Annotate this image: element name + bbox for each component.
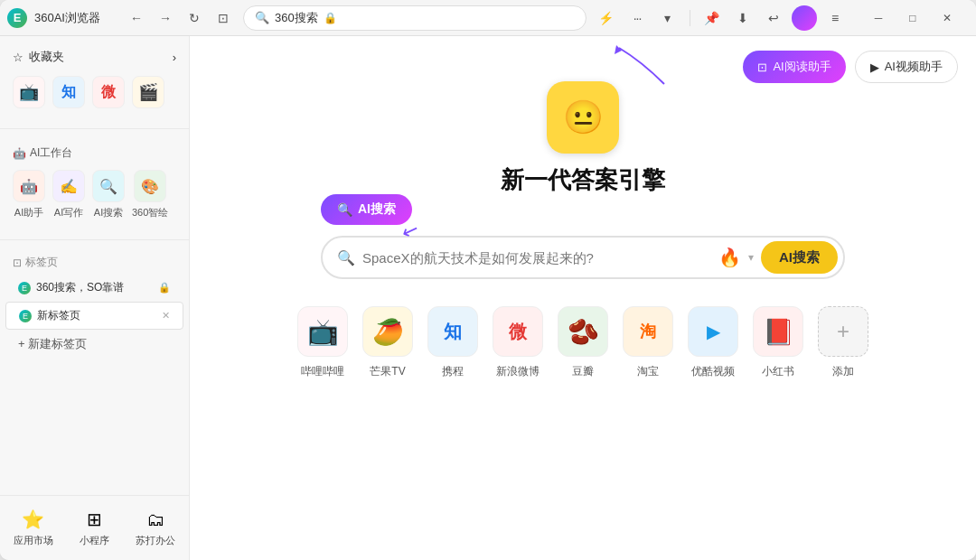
content-area: ⊡ AI阅读助手 ▶ AI视频助手 😐 新一代答案引 [190,36,976,560]
tab-360search[interactable]: E 360搜索，SO靠谱 🔒 [5,275,183,301]
weibo-link-icon: 微 [493,306,543,357]
app-market-button[interactable]: ⭐ 应用市场 [5,503,62,553]
ai-draw-app[interactable]: 🎨 360智绘 [132,170,168,219]
ai-search-app[interactable]: 🔍 AI搜索 [92,170,125,219]
app-zhihu[interactable]: 知 [52,76,85,108]
more-button[interactable]: ··· [624,5,650,31]
sidebar: ☆ 收藏夹 › 📺 知 微 [0,36,190,560]
quick-link-youku[interactable]: ▶ 优酷视频 [688,306,738,379]
ai-search-badge-label: AI搜索 [358,201,396,218]
app-bilibili[interactable]: 📺 [13,76,45,108]
dropdown-button[interactable]: ▾ [655,5,680,31]
fire-icon: 🔥 [718,247,741,268]
add-link-icon: + [818,306,868,357]
bilibili-icon: 📺 [13,76,45,108]
app-market-icon: ⭐ [22,509,44,530]
ai-writing-app[interactable]: ✍ AI写作 [52,170,85,219]
top-apps: 📺 知 微 🎬 [0,70,189,117]
favorites-section: ☆ 收藏夹 › 📺 知 微 [0,36,189,125]
user-avatar[interactable] [792,5,817,31]
search-bar[interactable]: 🔍 🔥 ▾ AI搜索 [321,236,845,279]
quick-link-ctrip[interactable]: 知 携程 [427,306,478,379]
quick-link-weibo[interactable]: 微 新浪微博 [493,306,543,379]
ai-video-icon: ▶ [870,61,879,74]
youku-link-icon: ▶ [688,306,738,357]
quick-link-bilibili[interactable]: 📺 哔哩哔哩 [297,306,348,379]
quick-link-douban[interactable]: 🫘 豆瓣 [558,306,608,379]
ai-workspace-label: 🤖 AI工作台 [0,140,189,164]
back-button[interactable]: ← [124,5,149,31]
bilibili-link-icon: 📺 [297,306,348,357]
mango-link-icon: 🥭 [362,306,413,357]
tab-newtab[interactable]: E 新标签页 ✕ [5,302,183,330]
ai-writing-icon: ✍ [52,170,85,202]
address-bar[interactable]: 🔍 360搜索 🔒 [243,5,587,31]
new-tab-button[interactable]: + 新建标签页 [5,331,183,358]
weibo-icon: 微 [92,76,125,108]
favorites-label: 收藏夹 [29,49,64,65]
address-text: 360搜索 [275,10,318,26]
search-section: 🔍 AI搜索 ↙ 🔍 🔥 ▾ AI搜索 [321,236,845,279]
taobao-link-icon: 淘 [623,306,673,357]
tab-close-icon[interactable]: ✕ [162,310,170,322]
quick-link-add[interactable]: + 添加 [818,306,868,379]
mascot-face: 😐 [563,98,604,136]
search-input[interactable] [362,250,711,266]
minimize-button[interactable]: ─ [862,5,895,31]
divider-1 [0,128,189,129]
browser-title: 360AI浏览器 [34,10,100,26]
xiaohongshu-link-icon: 📕 [753,306,803,357]
sidebar-bottom: ⭐ 应用市场 ⊞ 小程序 🗂 苏打办公 [0,495,189,560]
soda-office-icon: 🗂 [146,509,164,530]
refresh-button[interactable]: ↻ [182,5,207,31]
lightning-button[interactable]: ⚡ [594,5,619,31]
favorites-header[interactable]: ☆ 收藏夹 › [0,43,189,70]
tab-newtab-left: E 新标签页 [19,308,80,323]
mini-program-button[interactable]: ⊞ 小程序 [70,503,118,553]
svg-marker-0 [615,45,622,54]
ai-video-label: AI视频助手 [885,59,943,75]
search-submit-button[interactable]: AI搜索 [761,241,838,274]
forward-button[interactable]: → [153,5,178,31]
quick-link-mango[interactable]: 🥭 芒果TV [362,306,413,379]
pin-button[interactable]: 📌 [699,5,725,31]
hero-section: 😐 新一代答案引擎 [501,81,665,218]
ai-read-button[interactable]: ⊡ AI阅读助手 [743,51,845,83]
tabs-icon: ⊡ [13,257,22,269]
ai-workspace-section: 🤖 AI工作台 🤖 AI助手 ✍ AI写作 🔍 AI搜索 [0,133,189,236]
new-tab-label: + 新建标签页 [18,336,87,352]
mini-program-icon: ⊞ [87,509,102,530]
home-button[interactable]: ⊡ [211,5,236,31]
app-weibo[interactable]: 微 [92,76,125,108]
app-video[interactable]: 🎬 [132,76,164,108]
main-area: ☆ 收藏夹 › 📺 知 微 [0,36,976,560]
tabs-section: ⊡ 标签页 E 360搜索，SO靠谱 🔒 E 新标签页 ✕ [0,244,189,366]
quick-link-taobao[interactable]: 淘 淘宝 [623,306,673,379]
quick-link-xiaohongshu[interactable]: 📕 小红书 [753,306,803,379]
mascot: 😐 [547,81,619,154]
maximize-button[interactable]: □ [896,5,929,31]
ai-assistant-app[interactable]: 🤖 AI助手 [13,170,45,219]
search-dropdown-icon[interactable]: ▾ [748,251,754,264]
close-button[interactable]: ✕ [931,5,963,31]
ai-read-label: AI阅读助手 [773,59,831,75]
ai-video-button[interactable]: ▶ AI视频助手 [855,51,958,83]
separator [690,10,690,26]
soda-office-button[interactable]: 🗂 苏打办公 [127,504,184,553]
tab-newtab-icon: E [19,310,32,322]
menu-button[interactable]: ≡ [822,5,848,31]
tab-360search-label: 360搜索，SO靠谱 [36,280,124,295]
ai-search-badge[interactable]: 🔍 AI搜索 [321,194,412,225]
tab-360search-icon: E [18,282,31,294]
search-submit-label: AI搜索 [779,249,820,265]
ai-draw-icon: 🎨 [134,170,166,202]
toolbar-icons: ⚡ ··· ▾ 📌 ⬇ ↩ ≡ [594,5,848,31]
download-button[interactable]: ⬇ [730,5,755,31]
history-button[interactable]: ↩ [761,5,786,31]
ai-tools-arrow [615,43,669,89]
ai-assistant-icon: 🤖 [13,170,45,202]
ai-tools-bar: ⊡ AI阅读助手 ▶ AI视频助手 [743,51,958,83]
divider-2 [0,239,189,240]
star-icon: ☆ [13,51,23,64]
tab-lock-icon: 🔒 [158,282,171,294]
